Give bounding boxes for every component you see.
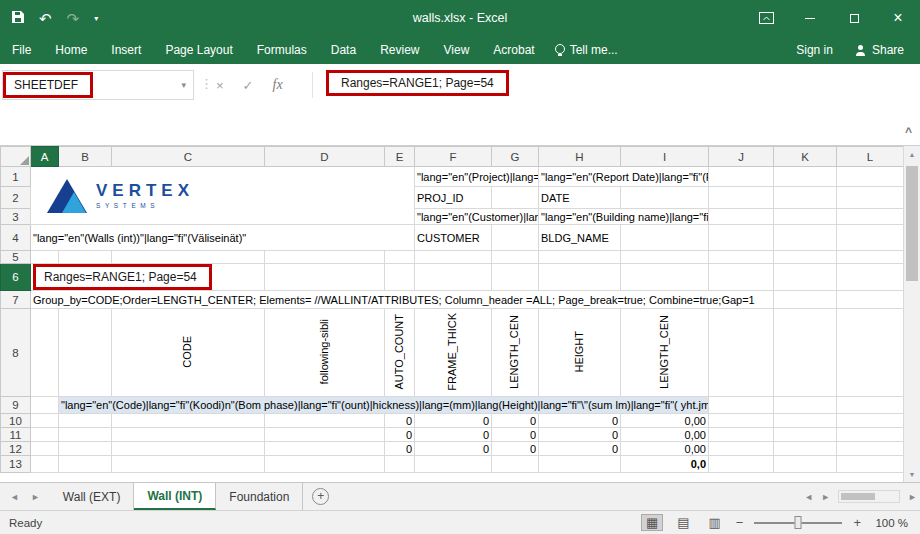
horizontal-scrollbar-thumb[interactable] (841, 493, 875, 500)
cell-date[interactable]: DATE (539, 187, 621, 209)
cell[interactable] (31, 309, 59, 397)
row-header-13[interactable]: 13 (1, 456, 31, 473)
name-box[interactable]: SHEETDEF ▾ (2, 70, 194, 100)
ribbon-tab-page-layout[interactable]: Page Layout (153, 36, 244, 64)
cell-building-label[interactable]: "lang="en"(Building name)|lang="fi"(Rake… (539, 209, 709, 225)
cell[interactable] (709, 442, 774, 456)
sheet-tab-foundation[interactable]: Foundation (216, 483, 303, 510)
cell[interactable] (59, 309, 112, 397)
minimize-button[interactable] (788, 0, 832, 36)
ribbon-tab-data[interactable]: Data (319, 36, 368, 64)
row-header-3[interactable]: 3 (1, 209, 31, 225)
column-header-k[interactable]: K (774, 147, 837, 167)
cell[interactable] (774, 187, 837, 209)
cell[interactable] (112, 251, 265, 264)
horizontal-scrollbar[interactable] (838, 490, 900, 503)
column-header-g[interactable]: G (492, 147, 539, 167)
cell[interactable] (837, 442, 904, 456)
vertical-scrollbar-thumb[interactable] (906, 166, 918, 281)
cell[interactable] (265, 251, 385, 264)
cell-value[interactable]: 0 (492, 414, 539, 428)
cell[interactable] (112, 442, 265, 456)
cell[interactable] (59, 442, 112, 456)
cell[interactable] (709, 397, 774, 414)
cell-bldg-name[interactable]: BLDG_NAME (539, 225, 621, 251)
cell[interactable] (837, 456, 904, 473)
ribbon-tab-home[interactable]: Home (43, 36, 99, 64)
cell-value[interactable]: 0 (539, 428, 621, 442)
cell[interactable] (774, 209, 837, 225)
cell[interactable] (774, 456, 837, 473)
cell[interactable] (415, 264, 492, 291)
cell-rotated-header-length-center-2[interactable]: LENGTH_CEN (621, 309, 709, 397)
cell[interactable] (265, 442, 385, 456)
cell-customer[interactable]: CUSTOMER (415, 225, 492, 251)
cell-value[interactable]: 0 (492, 428, 539, 442)
cell-value[interactable]: 0 (385, 428, 415, 442)
cell[interactable] (265, 264, 385, 291)
cell[interactable] (415, 251, 492, 264)
cell[interactable] (709, 225, 774, 251)
cell[interactable] (774, 264, 837, 291)
cell[interactable] (774, 251, 837, 264)
cell-value[interactable]: 0,00 (621, 442, 709, 456)
cell[interactable] (709, 456, 774, 473)
zoom-slider-thumb[interactable] (795, 516, 802, 529)
cell[interactable] (539, 456, 621, 473)
row-header-1[interactable]: 1 (1, 167, 31, 187)
cell[interactable] (492, 187, 539, 209)
view-page-layout-button[interactable]: ▤ (673, 515, 693, 530)
cell[interactable] (112, 414, 265, 428)
cell[interactable] (31, 456, 59, 473)
close-button[interactable]: × (876, 0, 920, 36)
cell-customer-label[interactable]: "lang="en"(Customer)|lang="f (415, 209, 539, 225)
cell[interactable] (774, 291, 837, 309)
cell[interactable] (837, 167, 904, 187)
save-button[interactable] (12, 9, 24, 27)
ribbon-tab-view[interactable]: View (432, 36, 482, 64)
cell[interactable] (774, 442, 837, 456)
cell-value[interactable]: 0 (492, 442, 539, 456)
cell[interactable] (385, 251, 415, 264)
cell[interactable] (709, 187, 774, 209)
row-header-12[interactable]: 12 (1, 442, 31, 456)
sheet-tab-wall-ext[interactable]: Wall (EXT) (50, 483, 135, 510)
cell[interactable] (621, 225, 709, 251)
ribbon-tab-file[interactable]: File (0, 36, 43, 64)
cell[interactable] (385, 264, 415, 291)
cell[interactable] (837, 309, 904, 397)
view-page-break-button[interactable]: ▥ (705, 515, 725, 530)
cell[interactable] (112, 428, 265, 442)
row-header-8[interactable]: 8 (1, 309, 31, 397)
cell-value[interactable]: 0,00 (621, 414, 709, 428)
share-button[interactable]: Share (855, 43, 904, 57)
cell[interactable] (774, 225, 837, 251)
cell[interactable] (59, 414, 112, 428)
cell[interactable] (709, 309, 774, 397)
row-header-5[interactable]: 5 (1, 251, 31, 264)
cell-rotated-header-code[interactable]: CODE (112, 309, 265, 397)
column-header-j[interactable]: J (709, 147, 774, 167)
cell-proj-id[interactable]: PROJ_ID (415, 187, 492, 209)
cell[interactable] (837, 251, 904, 264)
cell[interactable] (837, 187, 904, 209)
select-all-button[interactable] (1, 147, 31, 167)
cell-rotated-header-auto-count[interactable]: AUTO_COUNT (385, 309, 415, 397)
row-header-6[interactable]: 6 (1, 264, 31, 291)
cell[interactable] (837, 209, 904, 225)
ribbon-tab-formulas[interactable]: Formulas (245, 36, 319, 64)
cell[interactable] (59, 456, 112, 473)
column-header-i[interactable]: I (621, 147, 709, 167)
view-normal-button[interactable]: ▦ (642, 515, 662, 530)
zoom-out-button[interactable]: − (736, 515, 744, 530)
cancel-button[interactable]: × (216, 78, 224, 93)
zoom-slider[interactable] (754, 522, 842, 524)
hscroll-far-right-button[interactable]: ► (908, 492, 917, 502)
zoom-in-button[interactable]: + (853, 515, 861, 530)
cell[interactable] (621, 187, 709, 209)
cell[interactable] (59, 428, 112, 442)
cell-value[interactable]: 0 (415, 442, 492, 456)
cell-value[interactable]: 0 (385, 414, 415, 428)
column-header-l[interactable]: L (837, 147, 904, 167)
cell[interactable] (31, 414, 59, 428)
